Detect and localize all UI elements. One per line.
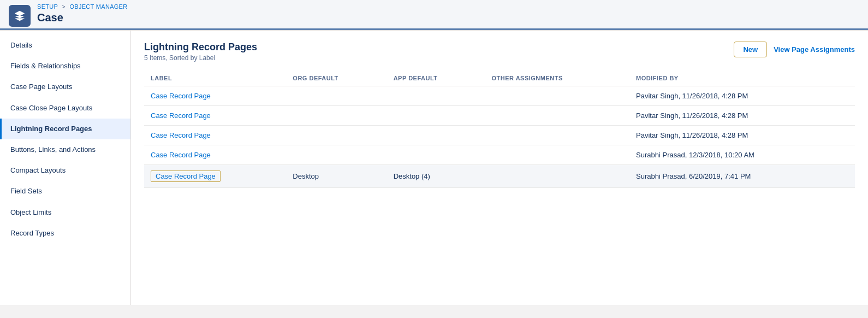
record-page-link[interactable]: Case Record Page	[151, 131, 211, 139]
view-page-assignments-button[interactable]: View Page Assignments	[774, 42, 855, 57]
col-app-default: APP DEFAULT	[387, 70, 485, 86]
content-title-group: Lightning Record Pages 5 Items, Sorted b…	[144, 42, 257, 62]
header-top: SETUP > OBJECT MANAGER Case	[0, 0, 868, 30]
content-title: Lightning Record Pages	[144, 42, 257, 53]
sidebar-item-buttons-links-actions[interactable]: Buttons, Links, and Actions	[0, 139, 130, 160]
table-row: Case Record PageDesktopDesktop (4)Surabh…	[144, 165, 855, 188]
col-other-assignments: OTHER ASSIGNMENTS	[485, 70, 629, 86]
sidebar-item-lightning-record-pages[interactable]: Lightning Record Pages	[0, 119, 130, 139]
sidebar-item-case-page-layouts[interactable]: Case Page Layouts	[0, 76, 130, 97]
cell-other-assignments	[485, 145, 629, 165]
record-page-link[interactable]: Case Record Page	[151, 111, 211, 120]
cell-app-default: Desktop (4)	[387, 165, 485, 188]
sidebar-item-object-limits[interactable]: Object Limits	[0, 202, 130, 223]
cell-other-assignments	[485, 126, 629, 145]
cell-modified-by: Surabhi Prasad, 12/3/2018, 10:20 AM	[629, 145, 855, 165]
cell-other-assignments	[485, 106, 629, 126]
col-modified-by: MODIFIED BY	[629, 70, 855, 86]
content-header: Lightning Record Pages 5 Items, Sorted b…	[144, 42, 855, 62]
breadcrumb-setup[interactable]: SETUP	[37, 3, 58, 10]
breadcrumb: SETUP > OBJECT MANAGER	[37, 3, 128, 10]
cell-app-default	[387, 86, 485, 106]
cell-modified-by: Pavitar Singh, 11/26/2018, 4:28 PM	[629, 106, 855, 126]
sidebar: Details Fields & Relationships Case Page…	[0, 31, 131, 305]
sidebar-item-record-types[interactable]: Record Types	[0, 223, 130, 244]
main-layout: Details Fields & Relationships Case Page…	[0, 31, 868, 305]
cell-label: Case Record Page	[144, 145, 286, 165]
cell-label: Case Record Page	[144, 165, 286, 188]
col-org-default: ORG DEFAULT	[286, 70, 387, 86]
header: SETUP > OBJECT MANAGER Case	[0, 0, 868, 31]
table-row: Case Record PagePavitar Singh, 11/26/201…	[144, 86, 855, 106]
cell-org-default	[286, 106, 387, 126]
table-row: Case Record PageSurabhi Prasad, 12/3/201…	[144, 145, 855, 165]
lightning-record-pages-table: LABEL ORG DEFAULT APP DEFAULT OTHER ASSI…	[144, 70, 855, 188]
breadcrumb-separator: >	[62, 3, 66, 10]
header-actions: New View Page Assignments	[734, 42, 855, 57]
cell-app-default	[387, 145, 485, 165]
cell-org-default	[286, 145, 387, 165]
table-body: Case Record PagePavitar Singh, 11/26/201…	[144, 86, 855, 188]
record-page-link[interactable]: Case Record Page	[151, 92, 211, 100]
table-row: Case Record PagePavitar Singh, 11/26/201…	[144, 106, 855, 126]
sidebar-item-field-sets[interactable]: Field Sets	[0, 181, 130, 202]
table-header-row: LABEL ORG DEFAULT APP DEFAULT OTHER ASSI…	[144, 70, 855, 86]
record-page-link[interactable]: Case Record Page	[151, 151, 211, 159]
cell-label: Case Record Page	[144, 126, 286, 145]
breadcrumb-object-manager[interactable]: OBJECT MANAGER	[69, 3, 127, 10]
content-subtitle: 5 Items, Sorted by Label	[144, 54, 257, 62]
header-text: SETUP > OBJECT MANAGER Case	[37, 3, 128, 28]
sidebar-item-compact-layouts[interactable]: Compact Layouts	[0, 160, 130, 181]
cell-app-default	[387, 126, 485, 145]
cell-org-default	[286, 126, 387, 145]
sidebar-item-case-close-page-layouts[interactable]: Case Close Page Layouts	[0, 98, 130, 119]
new-button[interactable]: New	[734, 42, 767, 57]
page-title: Case	[37, 11, 128, 24]
table-header: LABEL ORG DEFAULT APP DEFAULT OTHER ASSI…	[144, 70, 855, 86]
content-area: Lightning Record Pages 5 Items, Sorted b…	[131, 31, 868, 305]
object-icon	[9, 5, 31, 27]
cell-other-assignments	[485, 86, 629, 106]
cell-modified-by: Pavitar Singh, 11/26/2018, 4:28 PM	[629, 126, 855, 145]
sidebar-item-fields-relationships[interactable]: Fields & Relationships	[0, 56, 130, 76]
cell-org-default: Desktop	[286, 165, 387, 188]
table-row: Case Record PagePavitar Singh, 11/26/201…	[144, 126, 855, 145]
cell-modified-by: Surabhi Prasad, 6/20/2019, 7:41 PM	[629, 165, 855, 188]
cell-modified-by: Pavitar Singh, 11/26/2018, 4:28 PM	[629, 86, 855, 106]
record-page-link[interactable]: Case Record Page	[151, 170, 221, 182]
sidebar-item-details[interactable]: Details	[0, 35, 130, 56]
cell-app-default	[387, 106, 485, 126]
cell-label: Case Record Page	[144, 106, 286, 126]
layers-icon	[14, 10, 26, 22]
col-label: LABEL	[144, 70, 286, 86]
cell-other-assignments	[485, 165, 629, 188]
cell-label: Case Record Page	[144, 86, 286, 106]
cell-org-default	[286, 86, 387, 106]
